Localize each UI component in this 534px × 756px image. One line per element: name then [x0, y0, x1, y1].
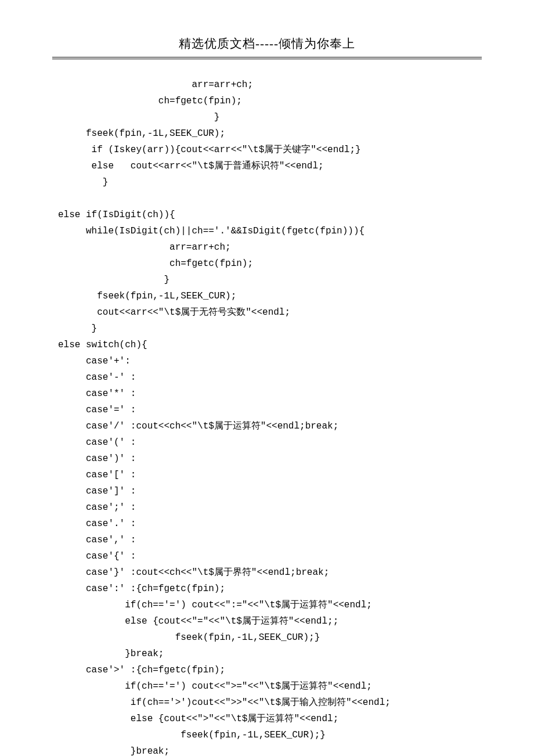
code-line: } — [58, 321, 482, 337]
code-block: arr=arr+ch; ch=fgetc(fpin); } fseek(fpin… — [52, 77, 482, 757]
code-line: case'[' : — [58, 467, 482, 483]
code-line: if(ch=='=') cout<<">="<<"\t$属于运算符"<<endl… — [58, 678, 482, 694]
code-line: case'(' : — [58, 434, 482, 451]
code-line: else cout<<arr<<"\t$属于普通标识符"<<endl; — [58, 158, 482, 174]
code-line: fseek(fpin,-1L,SEEK_CUR); — [58, 288, 482, 304]
code-line: } — [58, 174, 482, 190]
code-line: case'}' :cout<<ch<<"\t$属于界符"<<endl;break… — [58, 564, 482, 581]
header-text: 精选优质文档-----倾情为你奉上 — [179, 37, 355, 51]
code-line: if(ch=='>')cout<<">>"<<"\t$属于输入控制符"<<end… — [58, 694, 482, 711]
code-line: case'-' : — [58, 369, 482, 386]
code-line: fseek(fpin,-1L,SEEK_CUR);} — [58, 629, 482, 646]
code-line: case';' : — [58, 499, 482, 516]
code-line: case'*' : — [58, 386, 482, 402]
code-line: while(IsDigit(ch)||ch=='.'&&IsDigit(fget… — [58, 223, 482, 239]
code-line: fseek(fpin,-1L,SEEK_CUR);} — [58, 727, 482, 743]
code-line: arr=arr+ch; — [58, 77, 482, 93]
code-line: case'{' : — [58, 548, 482, 564]
code-line: ch=fgetc(fpin); — [58, 93, 482, 109]
code-line: else {cout<<">"<<"\t$属于运算符"<<endl; — [58, 711, 482, 727]
code-line: case'>' :{ch=fgetc(fpin); — [58, 662, 482, 678]
code-line: case']' : — [58, 483, 482, 499]
code-line — [58, 190, 482, 207]
code-line: else {cout<<"="<<"\t$属于运算符"<<endl;; — [58, 613, 482, 629]
code-line: else if(IsDigit(ch)){ — [58, 207, 482, 223]
code-line: if(ch=='=') cout<<":="<<"\t$属于运算符"<<endl… — [58, 597, 482, 613]
code-line: if (Iskey(arr)){cout<<arr<<"\t$属于关键字"<<e… — [58, 142, 482, 158]
code-line: case'.' : — [58, 516, 482, 532]
code-line: } — [58, 272, 482, 288]
code-line: arr=arr+ch; — [58, 239, 482, 255]
code-line: case':' :{ch=fgetc(fpin); — [58, 581, 482, 597]
code-line: case'/' :cout<<ch<<"\t$属于运算符"<<endl;brea… — [58, 418, 482, 434]
code-line: case')' : — [58, 451, 482, 467]
code-line: }break; — [58, 646, 482, 662]
header-rule — [52, 57, 482, 59]
code-line: case'=' : — [58, 402, 482, 418]
page-header: 精选优质文档-----倾情为你奉上 — [52, 35, 482, 53]
document-page: 精选优质文档-----倾情为你奉上 arr=arr+ch; ch=fgetc(f… — [0, 0, 534, 756]
code-line: ch=fgetc(fpin); — [58, 255, 482, 272]
code-line: else switch(ch){ — [58, 337, 482, 353]
code-line: fseek(fpin,-1L,SEEK_CUR); — [58, 125, 482, 142]
code-line: } — [58, 109, 482, 125]
code-line: case',' : — [58, 532, 482, 548]
code-line: }break; — [58, 743, 482, 757]
code-line: case'+': — [58, 353, 482, 369]
code-line: cout<<arr<<"\t$属于无符号实数"<<endl; — [58, 304, 482, 321]
